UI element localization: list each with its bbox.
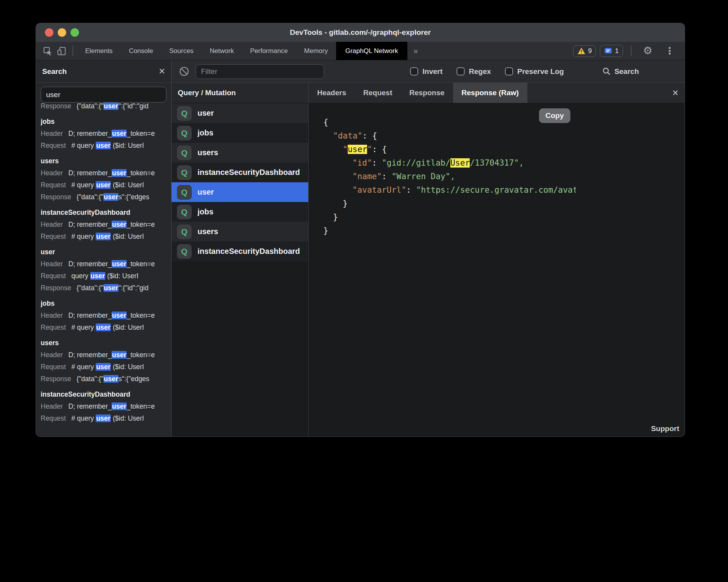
result-line[interactable]: Requestquery user ($id: UserI (41, 270, 167, 282)
detail-panel: HeadersRequestResponseResponse (Raw)× {"… (309, 83, 685, 436)
tab-network[interactable]: Network (202, 42, 242, 60)
json-line: "user": { (323, 143, 576, 156)
result-line-label: Header (41, 221, 63, 228)
tab-graphql-network[interactable]: GraphQL Network (336, 42, 407, 60)
checkbox-regex[interactable]: Regex (457, 67, 491, 76)
result-line-label: Request (41, 272, 66, 280)
query-row-jobs[interactable]: Qjobs (172, 123, 308, 143)
search-panel-title: Search (42, 67, 67, 76)
search-panel-header: Search × (36, 60, 171, 83)
result-line[interactable]: Response{"data":{"users":{"edges (41, 373, 167, 385)
json-line: "data": { (323, 129, 576, 143)
query-type-badge: Q (177, 224, 192, 239)
result-line[interactable]: HeaderD; remember_user_token=e (41, 349, 167, 361)
tab-performance[interactable]: Performance (242, 42, 296, 60)
result-line-label: Request (41, 324, 66, 331)
query-row-user[interactable]: Quser (172, 182, 308, 202)
close-window-button[interactable] (45, 28, 53, 37)
query-row-users[interactable]: Qusers (172, 143, 308, 163)
detail-tab-request[interactable]: Request (355, 83, 401, 103)
query-type-badge: Q (177, 146, 192, 160)
result-line-label: Header (41, 351, 63, 359)
query-row-instancesecuritydashboard[interactable]: QinstanceSecurityDashboard (172, 241, 308, 261)
result-line[interactable]: HeaderD; remember_user_token=e (41, 258, 167, 270)
query-row-instancesecuritydashboard[interactable]: QinstanceSecurityDashboard (172, 163, 308, 182)
close-search-icon[interactable]: × (159, 66, 165, 77)
query-list: QuserQjobsQusersQinstanceSecurityDashboa… (172, 103, 308, 436)
detail-tab-headers[interactable]: Headers (309, 83, 355, 103)
minimize-window-button[interactable] (58, 28, 66, 37)
search-icon (602, 67, 611, 76)
zoom-window-button[interactable] (70, 28, 79, 37)
filter-input[interactable] (196, 64, 324, 79)
checkbox-preserve-log[interactable]: Preserve Log (505, 67, 564, 76)
device-toolbar-icon[interactable] (55, 45, 68, 57)
more-tabs-icon[interactable]: » (414, 46, 418, 55)
match-highlight: user (112, 312, 127, 319)
message-icon (604, 47, 612, 55)
tab-memory[interactable]: Memory (296, 42, 336, 60)
query-row-users[interactable]: Qusers (172, 222, 308, 241)
query-row-jobs[interactable]: Qjobs (172, 202, 308, 222)
issues-badge[interactable]: 1 (600, 45, 623, 57)
regex-checkbox-box[interactable] (457, 67, 465, 75)
result-line[interactable]: Request# query user ($id: UserI (41, 140, 167, 152)
result-line[interactable]: HeaderD; remember_user_token=e (41, 401, 167, 413)
result-line[interactable]: Response{"data":{"user":{"id":"gid (41, 103, 167, 112)
result-line[interactable]: HeaderD; remember_user_token=e (41, 167, 167, 179)
search-results: Response{"data":{"user":{"id":"gidjobsHe… (36, 103, 171, 436)
result-line[interactable]: Request# query user ($id: UserI (41, 361, 167, 373)
match-highlight: user (112, 169, 127, 177)
warnings-badge[interactable]: 9 (573, 45, 596, 57)
result-line[interactable]: Response{"data":{"user":{"id":"gid (41, 282, 167, 294)
result-line-label: Request (41, 142, 66, 149)
inspect-element-icon[interactable] (41, 45, 54, 57)
kebab-menu-icon[interactable]: ⋮ (665, 46, 675, 56)
preserve-log-checkbox-box[interactable] (505, 67, 513, 75)
result-line[interactable]: Request# query user ($id: UserI (41, 231, 167, 243)
result-line[interactable]: HeaderD; remember_user_token=e (41, 128, 167, 140)
tab-elements[interactable]: Elements (77, 42, 121, 60)
query-row-user[interactable]: Quser (172, 103, 308, 123)
result-line-label: Header (41, 260, 63, 268)
result-line[interactable]: Request# query user ($id: UserI (41, 322, 167, 334)
query-type-badge: Q (177, 205, 192, 219)
detail-tab-response[interactable]: Response (401, 83, 453, 103)
tab-console[interactable]: Console (121, 42, 161, 60)
match-highlight: user (112, 221, 127, 228)
match-highlight: user (96, 233, 111, 240)
tab-sources[interactable]: Sources (161, 42, 201, 60)
devtools-content: Search × Response{"data":{"user":{"id":"… (36, 60, 685, 436)
network-search-label: Search (615, 67, 639, 76)
detail-tab-response-raw[interactable]: Response (Raw) (453, 83, 527, 103)
result-line[interactable]: HeaderD; remember_user_token=e (41, 310, 167, 322)
query-row-label: users (197, 227, 218, 236)
support-link[interactable]: Support (651, 425, 679, 433)
response-raw-viewer: {"data": {"user": {"id": "gid://gitlab/U… (309, 103, 576, 436)
network-search-button[interactable]: Search (602, 67, 639, 76)
query-row-label: instanceSecurityDashboard (197, 247, 300, 256)
clear-log-icon[interactable] (178, 65, 190, 78)
result-line-label: Request (41, 181, 66, 189)
result-line[interactable]: Response{"data":{"users":{"edges (41, 191, 167, 203)
result-line[interactable]: Request# query user ($id: UserI (41, 179, 167, 191)
result-line-label: Response (41, 103, 71, 110)
copy-button[interactable]: Copy (539, 108, 571, 123)
checkbox-invert[interactable]: Invert (410, 67, 443, 76)
match-highlight: user (90, 272, 105, 280)
devtools-window: DevTools - gitlab.com/-/graphql-explorer… (36, 23, 685, 436)
result-line-label: Response (41, 284, 71, 292)
detail-tabs: HeadersRequestResponseResponse (Raw)× (309, 83, 685, 103)
invert-checkbox-box[interactable] (410, 67, 418, 75)
invert-checkbox-label: Invert (422, 67, 443, 76)
search-input[interactable] (41, 87, 167, 103)
toolbar-status-group: 9 1 ⚙ ⋮ (573, 45, 685, 57)
result-line[interactable]: Request# query user ($id: UserI (41, 413, 167, 425)
devtools-tabs: ElementsConsoleSourcesNetworkPerformance… (77, 42, 336, 60)
result-line[interactable]: HeaderD; remember_user_token=e (41, 219, 167, 231)
settings-gear-icon[interactable]: ⚙ (643, 46, 652, 56)
result-section-title: jobs (41, 116, 167, 128)
close-detail-icon[interactable]: × (672, 83, 678, 103)
match-highlight: user (103, 375, 118, 383)
result-line-label: Request (41, 233, 66, 240)
